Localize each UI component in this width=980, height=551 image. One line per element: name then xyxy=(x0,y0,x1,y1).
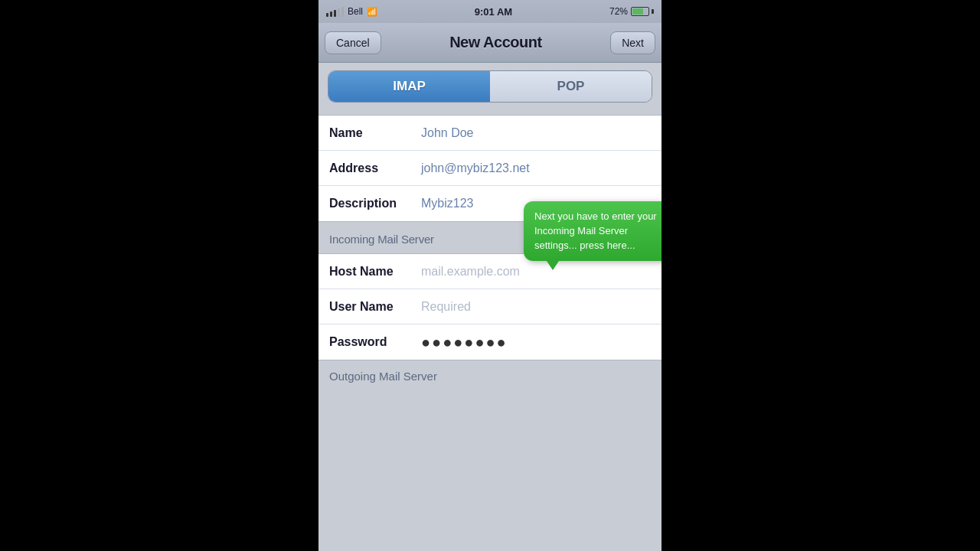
address-value: john@mybiz123.net xyxy=(421,161,651,175)
battery-tip xyxy=(652,9,654,14)
name-label: Name xyxy=(329,126,421,140)
carrier-name: Bell xyxy=(348,6,363,17)
password-input[interactable]: ●●●●●●●● xyxy=(421,334,651,351)
description-row[interactable]: Description Mybiz123 Next you have to en… xyxy=(318,186,662,221)
imap-tab[interactable]: IMAP xyxy=(328,71,490,102)
status-time: 9:01 AM xyxy=(475,6,512,18)
wifi-icon: 📶 xyxy=(367,7,377,17)
password-row[interactable]: Password ●●●●●●●● xyxy=(318,324,662,360)
address-row[interactable]: Address john@mybiz123.net xyxy=(318,151,662,186)
signal-bar-4 xyxy=(338,8,340,17)
tooltip-text: Next you have to enter your Incoming Mai… xyxy=(534,210,657,251)
user-name-label: User Name xyxy=(329,300,421,314)
signal-bar-5 xyxy=(341,7,344,17)
pop-tab[interactable]: POP xyxy=(490,71,652,102)
form-area: Name John Doe Address john@mybiz123.net … xyxy=(318,110,662,551)
description-label: Description xyxy=(329,197,421,210)
battery-fill xyxy=(632,8,643,15)
incoming-mail-server-group: Host Name mail.example.com User Name Req… xyxy=(318,253,662,360)
signal-bar-2 xyxy=(330,11,332,17)
segment-container: IMAP POP xyxy=(318,63,662,110)
name-row[interactable]: Name John Doe xyxy=(318,116,662,151)
basic-info-group: Name John Doe Address john@mybiz123.net … xyxy=(318,115,662,222)
host-name-input[interactable]: mail.example.com xyxy=(421,265,651,279)
signal-bar-1 xyxy=(326,13,328,17)
page-title: New Account xyxy=(449,34,541,51)
signal-dots xyxy=(326,7,344,17)
password-label: Password xyxy=(329,335,421,349)
status-left: Bell 📶 xyxy=(326,6,377,17)
battery-percent: 72% xyxy=(609,6,628,17)
phone-frame: Bell 📶 9:01 AM 72% Cancel New Account Ne… xyxy=(318,0,662,551)
address-label: Address xyxy=(329,161,421,175)
user-name-input[interactable]: Required xyxy=(421,300,651,314)
battery-body xyxy=(631,7,649,16)
nav-bar: Cancel New Account Next xyxy=(318,23,662,63)
battery-indicator xyxy=(631,7,654,16)
signal-bar-3 xyxy=(334,10,336,17)
status-bar: Bell 📶 9:01 AM 72% xyxy=(318,0,662,23)
next-button[interactable]: Next xyxy=(610,31,655,54)
user-name-row[interactable]: User Name Required xyxy=(318,289,662,324)
host-name-label: Host Name xyxy=(329,265,421,279)
segment-control: IMAP POP xyxy=(328,70,652,103)
name-value: John Doe xyxy=(421,126,651,140)
cancel-button[interactable]: Cancel xyxy=(325,31,381,54)
tooltip-bubble: Next you have to enter your Incoming Mai… xyxy=(524,201,662,261)
status-right: 72% xyxy=(609,6,654,17)
outgoing-mail-server-section-header: Outgoing Mail Server xyxy=(318,365,662,386)
